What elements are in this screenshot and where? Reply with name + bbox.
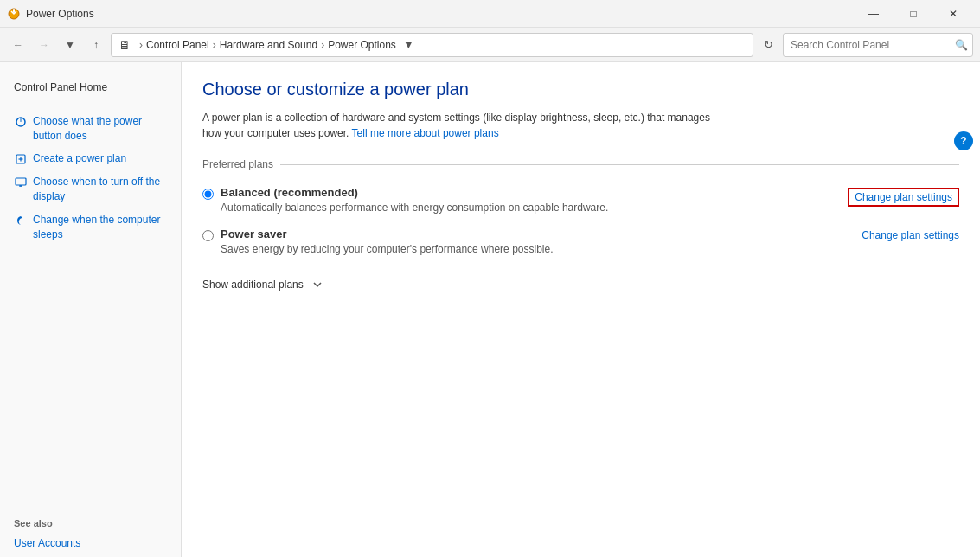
- sidebar-item-user-accounts[interactable]: User Accounts: [0, 532, 181, 555]
- title-bar: Power Options — □ ✕: [0, 0, 980, 28]
- minimize-button[interactable]: —: [854, 0, 894, 28]
- sidebar-item-home[interactable]: Control Panel Home: [0, 76, 181, 99]
- plan-desc-power-saver: Saves energy by reducing your computer's…: [221, 243, 554, 255]
- close-button[interactable]: ✕: [933, 0, 973, 28]
- svg-rect-3: [21, 118, 22, 122]
- display-icon: [14, 176, 28, 189]
- main-layout: Control Panel Home Choose what the power…: [0, 62, 980, 557]
- content-area: Choose or customize a power plan A power…: [182, 62, 980, 557]
- plan-radio-power-saver[interactable]: [202, 230, 214, 241]
- path-separator-3: ›: [321, 39, 324, 51]
- path-item-hardware[interactable]: Hardware and Sound: [220, 39, 317, 51]
- search-submit-button[interactable]: 🔍: [953, 37, 970, 53]
- preferred-plans-header: Preferred plans: [202, 158, 959, 170]
- preferred-plans-label: Preferred plans: [202, 158, 273, 170]
- search-wrapper: 🔍: [783, 33, 973, 57]
- create-plan-icon: [14, 152, 28, 166]
- show-additional-label: Show additional plans: [202, 278, 304, 291]
- path-separator-1: ›: [139, 39, 143, 51]
- refresh-button[interactable]: ↻: [757, 34, 779, 56]
- plan-name-power-saver: Power saver: [221, 227, 554, 240]
- address-bar: ← → ▼ ↑ 🖥 › Control Panel › Hardware and…: [0, 28, 980, 62]
- description: A power plan is a collection of hardware…: [202, 110, 721, 141]
- plan-radio-balanced[interactable]: [202, 189, 214, 200]
- plan-item-balanced: Balanced (recommended) Automatically bal…: [202, 181, 959, 222]
- change-plan-link-balanced[interactable]: Change plan settings: [848, 188, 959, 207]
- path-dropdown-button[interactable]: ▼: [400, 38, 418, 51]
- back-button[interactable]: ←: [7, 34, 29, 56]
- description-text-2: how your computer uses power.: [202, 127, 349, 139]
- sidebar-item-power-button-label: Choose what the power button does: [33, 114, 167, 144]
- home-label: Control Panel Home: [14, 80, 107, 95]
- svg-rect-7: [16, 178, 26, 185]
- sidebar-item-sleep[interactable]: Change when the computer sleeps: [0, 208, 181, 246]
- description-text-1: A power plan is a collection of hardware…: [202, 112, 710, 124]
- page-title: Choose or customize a power plan: [202, 80, 959, 99]
- change-plan-link-power-saver[interactable]: Change plan settings: [862, 229, 959, 241]
- sidebar-item-create-plan-label: Create a power plan: [33, 151, 126, 166]
- window-controls: — □ ✕: [854, 0, 973, 28]
- sidebar-item-display-label: Choose when to turn off the display: [33, 175, 167, 204]
- user-accounts-label: User Accounts: [14, 536, 80, 551]
- plan-left-balanced: Balanced (recommended) Automatically bal…: [202, 186, 608, 214]
- path-item-power[interactable]: Power Options: [328, 39, 396, 51]
- sleep-icon: [14, 214, 28, 227]
- see-also-header: See also: [0, 506, 181, 532]
- sidebar: Control Panel Home Choose what the power…: [0, 62, 182, 557]
- up-button[interactable]: ↑: [85, 34, 107, 56]
- dropdown-recent-button[interactable]: ▼: [59, 34, 81, 56]
- path-item-control-panel[interactable]: Control Panel: [146, 39, 209, 51]
- sidebar-item-display[interactable]: Choose when to turn off the display: [0, 170, 181, 208]
- app-icon: [7, 7, 21, 21]
- forward-button[interactable]: →: [33, 34, 55, 56]
- plan-info-balanced: Balanced (recommended) Automatically bal…: [221, 186, 608, 214]
- learn-more-link[interactable]: Tell me more about power plans: [352, 127, 499, 139]
- plan-left-power-saver: Power saver Saves energy by reducing you…: [202, 227, 554, 255]
- sidebar-item-sleep-label: Change when the computer sleeps: [33, 213, 167, 242]
- sidebar-item-power-button[interactable]: Choose what the power button does: [0, 110, 181, 148]
- address-path: 🖥 › Control Panel › Hardware and Sound ›…: [111, 33, 753, 57]
- path-icon: 🖥: [118, 38, 131, 52]
- plan-name-balanced: Balanced (recommended): [221, 186, 608, 199]
- plan-item-power-saver: Power saver Saves energy by reducing you…: [202, 222, 959, 264]
- show-additional-plans[interactable]: Show additional plans: [202, 278, 959, 291]
- search-input[interactable]: [783, 33, 973, 57]
- power-button-icon: [14, 115, 28, 129]
- maximize-button[interactable]: □: [894, 0, 933, 28]
- plan-info-power-saver: Power saver Saves energy by reducing you…: [221, 227, 554, 255]
- chevron-down-icon: [311, 278, 324, 291]
- window-title: Power Options: [26, 8, 854, 20]
- plan-desc-balanced: Automatically balances performance with …: [221, 202, 608, 214]
- path-separator-2: ›: [213, 39, 216, 51]
- sidebar-item-create-plan[interactable]: Create a power plan: [0, 147, 181, 170]
